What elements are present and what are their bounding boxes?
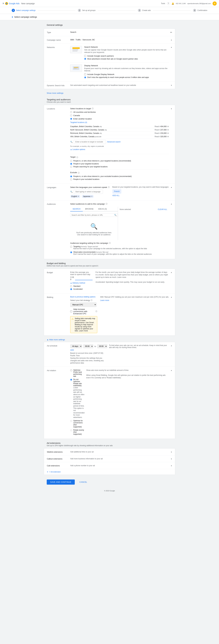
languages-chevron-up-icon[interactable] [171,186,172,188]
bidding-collapse[interactable] [171,296,172,298]
to-select[interactable]: 00:00 [97,344,107,348]
target-radio-2[interactable] [70,166,72,168]
type-edit[interactable]: ✏ [170,31,172,34]
locations-chevron-up-icon[interactable] [171,107,172,110]
campaign-name-collapse[interactable] [171,38,172,41]
rotation-optimise-radio[interactable] [70,370,72,371]
enhanced-cpc-checkbox[interactable] [70,310,72,312]
tools-label[interactable]: Tools [161,2,165,4]
audiences-chevron-up-icon[interactable] [171,203,172,205]
most-advertisers-radio[interactable] [84,58,86,60]
enhanced-cpc-info-icon[interactable]: ⓘ [95,310,97,313]
search-location-input[interactable] [74,140,106,144]
targeting-formerly-0: formerly 'Target and bid' [81,246,98,248]
call-chevron-down-icon[interactable] [171,464,172,467]
ad-schedule-collapse[interactable] [171,344,172,346]
chevron-up-icon[interactable] [171,38,172,41]
target-info-icon[interactable]: ⓘ [76,156,78,159]
remove-japanese[interactable]: ✕ [91,195,93,198]
include-display-network-checkbox[interactable] [84,74,86,75]
tab-search[interactable]: SEARCH [70,206,83,212]
back-to-bidding-link[interactable]: Back to previous bidding options [70,296,97,298]
targeting-radio-0[interactable] [70,246,72,248]
audiences-collapse[interactable] [171,203,172,205]
target-radio-0[interactable] [70,160,72,162]
help-icon[interactable]: ? [167,2,170,5]
languages-info-icon[interactable]: ⓘ [108,186,110,188]
location-canada-radio[interactable] [70,114,72,116]
targeting-option-1-content: Observation (recommended) formerly 'Bid … [73,251,152,255]
ad-rotation-chevron-up-icon[interactable] [171,369,172,371]
ad-rotation-collapse[interactable] [171,369,172,371]
remove-location-3[interactable]: ✕ [167,136,169,138]
audiences-info-icon[interactable]: ⓘ [106,203,107,205]
delivery-accelerated-radio[interactable] [70,288,72,290]
audience-targeting-info-icon[interactable]: ⓘ [109,242,111,244]
networks-chevron-up-icon[interactable] [171,46,172,48]
days-select[interactable]: All days [70,344,82,348]
exclude-radio-1[interactable] [70,178,72,180]
audience-search-icon: 🔍 [114,214,117,216]
bid-strategy-select[interactable]: Manual CPC [70,302,96,307]
delivery-standard-radio[interactable] [70,285,72,287]
networks-collapse[interactable] [171,46,172,48]
location-enter-radio[interactable] [70,118,72,120]
bid-strategy-label: Select your bid strategy ⓘ [70,299,97,302]
close-icon[interactable]: ✕ [2,2,4,5]
location-all-radio[interactable] [70,111,72,113]
budget-chevron-up-icon[interactable] [171,271,172,273]
language-input[interactable] [74,190,103,194]
notification-icon[interactable]: 🔔 [172,2,174,5]
sitelink-chevron-down-icon[interactable] [171,450,172,453]
schedule-add-link[interactable]: ADD [70,349,107,351]
audience-search-input[interactable] [71,214,114,216]
targeting-radio-1[interactable] [70,251,72,253]
rotation-conversions-radio[interactable] [70,420,72,422]
bid-learn-more[interactable]: Learn more [100,299,169,302]
locations-info-icon[interactable]: ⓘ [92,107,94,110]
ad-schedule-chevron-up-icon[interactable] [171,344,172,346]
rotation-do-not-radio[interactable] [70,379,72,381]
edit-icon[interactable]: ✏ [170,31,172,34]
remove-location-1[interactable]: ✕ [167,129,169,131]
location-options-link[interactable]: ▲ Location options [70,148,85,150]
bid-strategy-info-icon[interactable]: ⓘ [91,299,92,302]
tab-ideas[interactable]: IDEAS (0) [96,206,109,212]
languages-collapse[interactable] [171,186,172,188]
languages-desc-row: Select the languages your customers spea… [70,186,110,188]
dynamic-search-ads-expand[interactable] [171,84,172,86]
clear-all-link[interactable]: CLEAR ALL [158,208,167,210]
advanced-search-link[interactable]: Advanced search [107,141,121,143]
callout-chevron-down-icon[interactable] [171,458,172,460]
target-option-1-label: People in your targeted locations [73,163,99,165]
rotation-evenly-radio[interactable] [70,429,72,431]
budget-input[interactable] [75,276,93,280]
delivery-method-link[interactable]: ▲ Delivery method [70,282,93,284]
search-network-desc: Ads can appear near Google Search result… [84,49,169,54]
remove-location-0[interactable]: ✕ [167,125,169,128]
save-continue-button[interactable]: SAVE AND CONTINUE [47,480,75,484]
remove-location-2[interactable]: ✕ [167,132,169,134]
location-reach-0: Reach 404,000 ✕ [155,125,169,128]
remove-english[interactable]: ✕ [78,195,79,198]
delivery-standard-label: Standard [73,285,80,287]
include-search-partners-checkbox[interactable] [84,55,86,57]
step-4: 4 Confirmation [193,9,207,12]
tab-browse[interactable]: BROWSE [83,206,96,212]
bidding-chevron-up-icon[interactable] [171,296,172,298]
dynamic-chevron-down-icon[interactable] [171,84,172,86]
dont-miss-radio[interactable] [84,76,86,78]
exclude-info-icon[interactable]: ⓘ [78,172,80,174]
cancel-button[interactable]: CANCEL [77,480,89,484]
exclude-radio-0[interactable] [70,176,72,178]
from-select[interactable]: 00:00 [83,344,93,348]
locations-collapse[interactable] [171,107,172,110]
avatar[interactable]: O [213,2,217,6]
add-all-link[interactable]: ADD ALL [112,194,169,196]
rotation-option-optimise: Optimise: Prefer best performing ads [70,369,85,377]
hide-more-link[interactable]: ▲ Hide more settings [44,337,68,342]
target-radio-1[interactable] [70,163,72,165]
ad-extension-link[interactable]: + + Ad extension [44,469,175,475]
show-more-link[interactable]: Show more settings [44,91,66,95]
budget-collapse[interactable] [171,271,172,273]
